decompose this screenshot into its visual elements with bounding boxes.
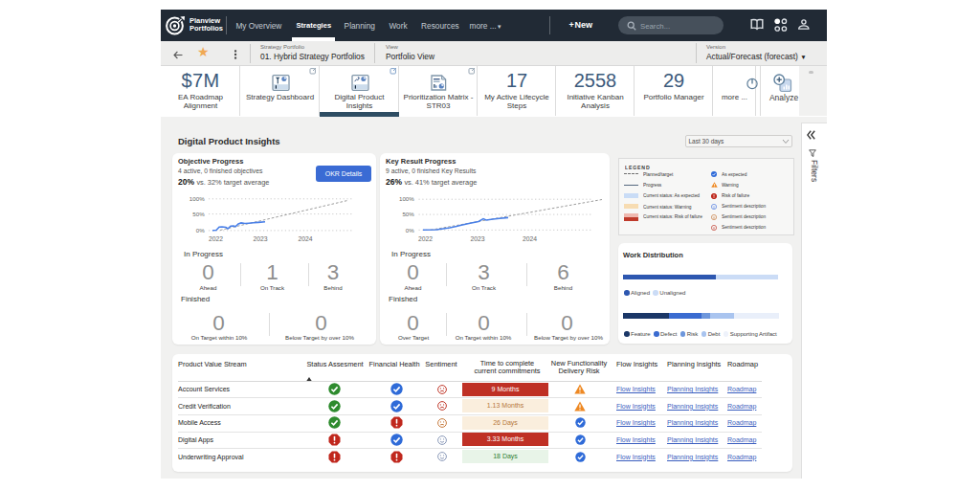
svg-text:2022: 2022 bbox=[418, 235, 433, 242]
svg-text:2024: 2024 bbox=[523, 235, 537, 242]
svg-text:100%: 100% bbox=[189, 195, 205, 202]
svg-text:100%: 100% bbox=[399, 195, 414, 202]
svg-text:2023: 2023 bbox=[253, 235, 267, 242]
svg-text:0%: 0% bbox=[196, 227, 205, 234]
svg-text:0%: 0% bbox=[406, 227, 414, 234]
svg-text:50%: 50% bbox=[402, 211, 414, 217]
svg-text:2024: 2024 bbox=[298, 235, 312, 242]
svg-text:2023: 2023 bbox=[470, 235, 484, 242]
svg-text:50%: 50% bbox=[192, 211, 205, 217]
svg-text:2022: 2022 bbox=[209, 235, 223, 242]
